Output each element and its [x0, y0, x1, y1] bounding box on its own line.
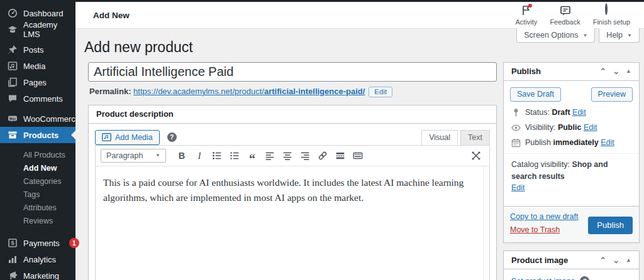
panel-header: Product image ⌃ ⌄ ▲: [504, 251, 639, 269]
edit-visibility-link[interactable]: Edit: [584, 123, 597, 132]
top-toolbar: Add New Activity Feedback Finish setup: [75, 2, 644, 28]
align-center-button[interactable]: [279, 148, 296, 163]
publish-button[interactable]: Publish: [588, 217, 633, 234]
caret-down-icon: ▼: [627, 33, 632, 38]
publish-panel: Publish ⌃ ⌄ ▲ Save Draft Preview Status:…: [503, 62, 640, 243]
preview-button[interactable]: Preview: [591, 87, 633, 102]
move-down-icon[interactable]: ⌄: [613, 256, 619, 264]
panel-title: Publish: [511, 67, 541, 76]
panel-header: Publish ⌃ ⌄ ▲: [504, 63, 639, 81]
sidebar-item-label: WooCommerce: [23, 114, 80, 124]
submenu-attributes[interactable]: Attributes: [0, 201, 75, 214]
editor-help-icon[interactable]: ?: [167, 132, 177, 142]
paragraph-format-select[interactable]: Paragraph ▼: [101, 149, 166, 163]
finish-setup-button[interactable]: Finish setup: [593, 4, 630, 26]
visibility-eye-icon: [511, 123, 521, 132]
submenu-add-new[interactable]: Add New: [0, 161, 75, 175]
panel-title: Product image: [511, 256, 568, 265]
sidebar-item-comments[interactable]: Comments: [0, 90, 75, 107]
editor-container: Paragraph ▼ B I “: [95, 145, 490, 280]
panel-header: Product description: [89, 105, 496, 124]
align-left-button[interactable]: [262, 148, 278, 163]
product-title-input[interactable]: [88, 62, 497, 82]
status-row: Status: Draft Edit: [511, 108, 631, 117]
schedule-row: Publish immediately Edit: [511, 138, 631, 148]
activity-flag-icon: [520, 4, 533, 17]
svg-text:$: $: [11, 240, 14, 246]
blockquote-button[interactable]: “: [244, 148, 260, 163]
fullscreen-button[interactable]: [468, 148, 484, 163]
sidebar-item-marketing[interactable]: Marketing: [0, 267, 75, 280]
analytics-bars-icon: [8, 254, 18, 264]
sidebar-item-label: Pages: [23, 78, 47, 87]
submenu-all-products[interactable]: All Products: [0, 148, 75, 161]
feedback-button[interactable]: Feedback: [550, 4, 580, 26]
catalog-visibility-row: Catalog visibility: Shop and search resu…: [504, 153, 639, 200]
screen-options-button[interactable]: Screen Options ▼: [516, 28, 595, 43]
sidebar-item-payments[interactable]: $ Payments 1: [0, 235, 75, 251]
sidebar-item-products[interactable]: Products: [0, 127, 75, 143]
feedback-icon: [559, 4, 572, 17]
visibility-value: Public: [558, 123, 582, 132]
permalink-edit-button[interactable]: Edit: [369, 87, 392, 97]
permalink-url-link[interactable]: https://dev.academylms.net/product/artif…: [133, 87, 365, 96]
edit-layout: Permalink: https://dev.academylms.net/pr…: [75, 62, 644, 280]
products-box-icon: [8, 130, 18, 140]
tab-visual[interactable]: Visual: [421, 130, 458, 146]
edit-schedule-link[interactable]: Edit: [601, 138, 614, 147]
sidebar-item-label: Comments: [23, 94, 63, 104]
move-down-icon[interactable]: ⌄: [613, 67, 619, 75]
activity-button[interactable]: Activity: [516, 4, 538, 26]
move-up-icon[interactable]: ⌃: [599, 256, 606, 264]
move-up-icon[interactable]: ⌃: [599, 67, 606, 75]
sidebar-item-analytics[interactable]: Analytics: [0, 251, 75, 267]
products-submenu: All Products Add New Categories Tags Att…: [0, 143, 75, 232]
pages-icon: [8, 77, 18, 87]
editor-tools: Add Media ? Visual Text: [89, 124, 496, 145]
toolbar-title: Add New: [75, 11, 130, 20]
sidebar-item-media[interactable]: Media: [0, 58, 75, 74]
bulleted-list-button[interactable]: [209, 148, 225, 163]
status-pin-icon: [511, 108, 521, 117]
submenu-categories[interactable]: Categories: [0, 175, 75, 188]
sidebar-item-posts[interactable]: Posts: [0, 41, 75, 58]
submenu-tags[interactable]: Tags: [0, 188, 75, 201]
editor-content[interactable]: This is a paid course for AI enthusiasts…: [96, 166, 489, 280]
bold-button[interactable]: B: [174, 148, 190, 163]
publish-body: Save Draft Preview Status: Draft Edit Vi…: [504, 81, 639, 206]
sidebar-item-woocommerce[interactable]: Woo WooCommerce: [0, 110, 75, 127]
comment-bubble-icon: [8, 94, 18, 104]
megaphone-icon: [8, 271, 18, 280]
product-image-help-icon[interactable]: ?: [580, 276, 589, 280]
sidebar-item-label: Products: [23, 131, 58, 140]
editor-scrollbar[interactable]: [483, 166, 489, 280]
dashboard-icon: [8, 8, 18, 18]
numbered-list-button[interactable]: [226, 148, 243, 163]
help-button[interactable]: Help ▼: [599, 28, 640, 43]
editor-mode-tabs: Visual Text: [419, 130, 490, 146]
submenu-reviews[interactable]: Reviews: [0, 214, 75, 227]
save-draft-button[interactable]: Save Draft: [510, 87, 561, 102]
toolbar-toggle-button[interactable]: [350, 148, 366, 163]
visibility-row: Visibility: Public Edit: [511, 123, 631, 132]
tab-text[interactable]: Text: [460, 130, 490, 146]
edit-catalog-link[interactable]: Edit: [511, 183, 525, 192]
align-right-button[interactable]: [297, 148, 313, 163]
add-media-icon: [102, 133, 111, 141]
add-media-button[interactable]: Add Media: [95, 130, 160, 145]
sidebar-item-academy-lms[interactable]: Academy LMS: [0, 21, 75, 38]
sidebar-item-pages[interactable]: Pages: [0, 74, 75, 90]
link-button[interactable]: [314, 148, 331, 163]
set-product-image-link[interactable]: Set product image: [511, 277, 575, 280]
panel-toggle-icon[interactable]: ▲: [626, 257, 631, 263]
screen-meta-links: Screen Options ▼ Help ▼: [516, 28, 640, 43]
panel-toggle-icon[interactable]: ▲: [626, 68, 631, 74]
finish-setup-circle-icon: [605, 4, 618, 17]
read-more-button[interactable]: [332, 148, 348, 163]
permalink-label: Permalink:: [89, 87, 131, 96]
caret-down-icon: ▼: [155, 153, 160, 158]
italic-button[interactable]: I: [191, 148, 208, 163]
edit-status-link[interactable]: Edit: [572, 108, 586, 117]
sidebar-item-dashboard[interactable]: Dashboard: [0, 5, 75, 21]
panel-controls: ⌃ ⌄ ▲: [599, 256, 631, 264]
